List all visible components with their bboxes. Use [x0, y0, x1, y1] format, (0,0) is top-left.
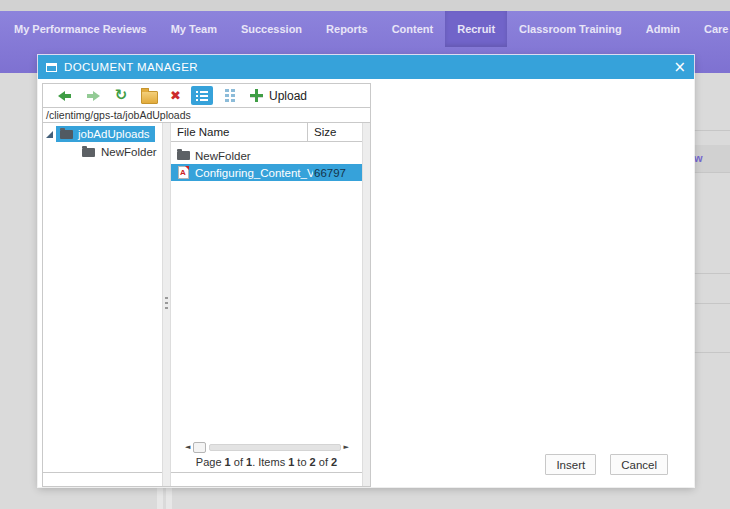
- tree-node-selected[interactable]: jobAdUploads: [56, 126, 155, 142]
- tree-node-label: NewFolder: [101, 146, 157, 158]
- list-view-icon: [196, 91, 208, 101]
- tree-pane-footer: [43, 473, 162, 486]
- tree-node-newfolder[interactable]: NewFolder: [43, 143, 162, 161]
- new-folder-icon: [141, 91, 158, 104]
- background-partial-link: w: [694, 152, 703, 164]
- file-pane-footer: [171, 473, 362, 486]
- browser-chrome-strip: [0, 0, 730, 11]
- folder-tree-pane: jobAdUploads NewFolder: [43, 123, 162, 486]
- current-path: /clientimg/gps-ta/jobAdUploads: [43, 108, 370, 123]
- right-resize-gutter[interactable]: [362, 123, 370, 486]
- tree-node-label: jobAdUploads: [78, 128, 150, 140]
- delete-button[interactable]: ✖: [163, 85, 188, 106]
- file-name: NewFolder: [195, 150, 313, 162]
- tab-reports[interactable]: Reports: [314, 11, 380, 47]
- tab-admin[interactable]: Admin: [634, 11, 692, 47]
- file-rows: NewFolder A Configuring_Content_Vendo 66…: [171, 142, 362, 440]
- background-column-bar: [157, 488, 163, 509]
- upload-button[interactable]: Upload: [250, 89, 307, 103]
- background-row-line: [694, 172, 730, 173]
- scroll-right-icon[interactable]: ►: [344, 444, 349, 451]
- back-button[interactable]: [51, 85, 79, 106]
- refresh-icon: ↻: [115, 88, 128, 103]
- upload-label: Upload: [269, 89, 307, 103]
- dialog-title-bar: DOCUMENT MANAGER ×: [38, 55, 694, 79]
- folder-tree: jobAdUploads NewFolder: [43, 123, 162, 473]
- file-list-header: File Name Size: [171, 123, 362, 142]
- file-list: File Name Size NewFolder A Configuring_C…: [171, 123, 362, 473]
- splitter-grip-icon: [165, 297, 168, 309]
- background-row-line: [694, 273, 730, 274]
- tab-my-performance-reviews[interactable]: My Performance Reviews: [2, 11, 159, 47]
- list-view-button[interactable]: [191, 86, 213, 105]
- file-row-configuring-content-vendo[interactable]: A Configuring_Content_Vendo 66797: [171, 164, 362, 181]
- file-list-pane: File Name Size NewFolder A Configuring_C…: [171, 123, 362, 486]
- tab-classroom-training[interactable]: Classroom Training: [507, 11, 634, 47]
- tab-succession[interactable]: Succession: [229, 11, 314, 47]
- delete-icon: ✖: [170, 89, 181, 102]
- dialog-footer: Insert Cancel: [545, 454, 668, 475]
- background-column-bar: [166, 488, 172, 509]
- tree-expander-icon[interactable]: [46, 131, 53, 138]
- file-row-newfolder[interactable]: NewFolder: [171, 147, 362, 164]
- file-size: 66797: [313, 167, 362, 179]
- dialog-title: DOCUMENT MANAGER: [64, 61, 198, 73]
- nav-tabs: My Performance Reviews My Team Successio…: [0, 11, 730, 47]
- file-name: Configuring_Content_Vendo: [195, 167, 313, 179]
- scrollbar-track[interactable]: [209, 444, 340, 451]
- pane-splitter[interactable]: [162, 123, 171, 486]
- column-header-file-name[interactable]: File Name: [171, 123, 308, 141]
- tab-recruit[interactable]: Recruit: [445, 11, 507, 47]
- pdf-file-icon: A: [178, 166, 189, 179]
- tab-my-team[interactable]: My Team: [159, 11, 229, 47]
- scroll-left-icon[interactable]: ◄: [185, 444, 190, 451]
- tab-content[interactable]: Content: [380, 11, 446, 47]
- document-manager-dialog: DOCUMENT MANAGER × ↻ ✖: [38, 55, 694, 487]
- column-header-size[interactable]: Size: [308, 126, 362, 138]
- forward-button[interactable]: [79, 85, 107, 106]
- window-icon: [46, 63, 57, 72]
- back-arrow-icon: [58, 91, 72, 101]
- background-row-line: [694, 352, 730, 353]
- explorer-toolbar: ↻ ✖ U: [43, 84, 370, 108]
- tab-care[interactable]: Care: [692, 11, 730, 47]
- folder-icon: [177, 151, 190, 160]
- background-row-line: [694, 130, 730, 131]
- pagination-status: Page 1 of 1. Items 1 to 2 of 2: [171, 454, 362, 472]
- tree-node-jobaduploads[interactable]: jobAdUploads: [43, 125, 162, 143]
- horizontal-scrollbar[interactable]: ◄ ►: [171, 440, 362, 454]
- refresh-button[interactable]: ↻: [107, 85, 135, 106]
- insert-button[interactable]: Insert: [545, 454, 596, 475]
- background-row-line: [694, 303, 730, 304]
- explorer-panes: jobAdUploads NewFolder Fil: [43, 123, 370, 486]
- grid-view-button[interactable]: [216, 85, 244, 106]
- background-table-column: w: [694, 73, 730, 509]
- forward-arrow-icon: [86, 91, 100, 101]
- folder-icon: [82, 148, 95, 157]
- folder-icon: [60, 130, 73, 139]
- new-folder-button[interactable]: [135, 85, 163, 106]
- cancel-button[interactable]: Cancel: [610, 454, 668, 475]
- scrollbar-thumb[interactable]: [193, 442, 206, 453]
- upload-plus-icon: [250, 89, 263, 102]
- grid-view-icon: [225, 89, 235, 102]
- close-icon[interactable]: ×: [673, 60, 686, 75]
- file-explorer-panel: ↻ ✖ U: [42, 83, 371, 487]
